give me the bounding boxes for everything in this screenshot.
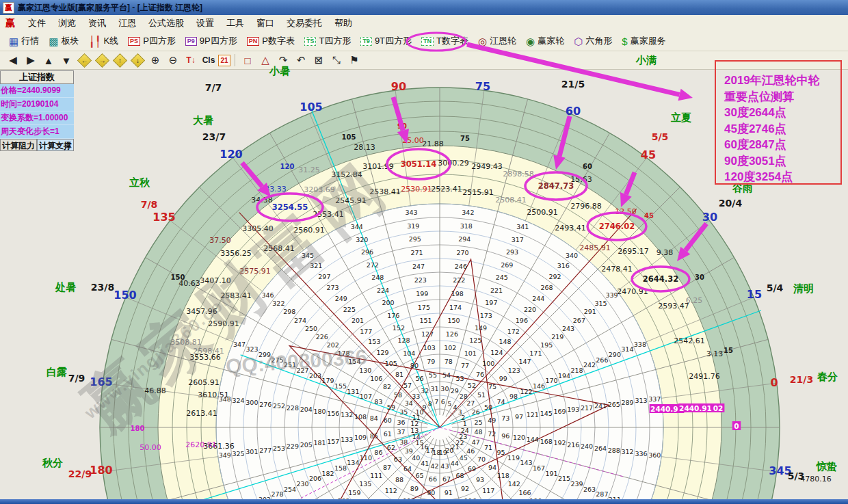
wheel-label: 2523.41 xyxy=(431,185,462,194)
wheel-label: 90 xyxy=(391,80,406,93)
wheel-label: 2560.91 xyxy=(293,226,325,235)
svg-text:67: 67 xyxy=(442,475,451,483)
svg-text:97: 97 xyxy=(515,413,523,421)
taskbar-strip xyxy=(0,499,848,504)
svg-text:25: 25 xyxy=(474,419,482,426)
wheel-label: 37.50 xyxy=(209,236,231,245)
svg-text:131: 131 xyxy=(347,388,359,395)
wheel-label: 3101.99 xyxy=(362,162,394,171)
svg-text:127: 127 xyxy=(421,330,434,338)
svg-text:84: 84 xyxy=(370,414,378,422)
svg-text:156: 156 xyxy=(327,410,339,417)
solar-term-label: 惊蛰 xyxy=(816,460,837,473)
svg-text:71: 71 xyxy=(484,444,492,451)
svg-text:299: 299 xyxy=(259,351,271,358)
svg-text:107: 107 xyxy=(360,393,372,400)
svg-text:192: 192 xyxy=(553,439,566,447)
svg-text:294: 294 xyxy=(458,235,471,243)
wheel-label: 90 xyxy=(397,122,407,130)
svg-text:37: 37 xyxy=(397,428,405,436)
svg-text:288: 288 xyxy=(608,447,620,454)
svg-text:322: 322 xyxy=(272,300,284,307)
svg-text:251: 251 xyxy=(284,361,296,369)
svg-text:293: 293 xyxy=(506,248,518,256)
solar-term-label: 小暑 xyxy=(269,65,290,77)
wheel-label: 6.25 xyxy=(686,296,703,305)
svg-text:105: 105 xyxy=(385,360,397,367)
wheel-label: 2949.43 xyxy=(471,162,503,171)
wheel-label: 2575.91 xyxy=(239,267,271,276)
wheel-label: 34.38 xyxy=(251,196,273,204)
svg-text:53: 53 xyxy=(455,375,464,382)
wheel-label: 22/9 xyxy=(68,468,92,479)
svg-text:88: 88 xyxy=(395,476,403,483)
svg-text:126: 126 xyxy=(446,330,458,338)
svg-text:215: 215 xyxy=(558,475,570,482)
svg-text:298: 298 xyxy=(283,308,295,315)
wheel-label: 105 xyxy=(300,101,322,114)
note-line: 2019年江恩轮中轮 xyxy=(724,72,840,89)
wheel-label: 15.63 xyxy=(570,175,592,184)
wheel-label: 5/3 xyxy=(788,470,805,481)
wheel-label: 50.00 xyxy=(140,443,161,452)
svg-text:133: 133 xyxy=(341,436,353,443)
highlighted-price: 02 xyxy=(713,404,724,412)
svg-text:228: 228 xyxy=(287,404,299,412)
svg-text:148: 148 xyxy=(499,338,512,345)
svg-text:152: 152 xyxy=(393,324,405,332)
svg-text:96: 96 xyxy=(501,432,509,440)
svg-text:253: 253 xyxy=(273,445,285,452)
wheel-label: 120 xyxy=(220,148,242,161)
svg-text:6: 6 xyxy=(441,398,445,406)
svg-text:244: 244 xyxy=(532,295,544,302)
svg-text:345: 345 xyxy=(302,252,314,259)
svg-text:68: 68 xyxy=(455,472,464,479)
svg-text:117: 117 xyxy=(482,487,494,494)
svg-text:206: 206 xyxy=(309,475,321,482)
wheel-label: 23/7 xyxy=(202,131,226,142)
svg-text:321: 321 xyxy=(310,262,322,269)
svg-text:158: 158 xyxy=(334,464,347,472)
solar-term-label: 春分 xyxy=(817,371,838,383)
note-line: 90度3051点 xyxy=(724,153,840,170)
svg-text:90: 90 xyxy=(427,489,435,496)
svg-text:147: 147 xyxy=(519,358,531,365)
wheel-label: 33.33 xyxy=(265,185,287,194)
wheel-label: 3203.69 xyxy=(304,185,335,194)
svg-text:24: 24 xyxy=(461,427,469,434)
wheel-label: 3305.40 xyxy=(242,224,274,233)
svg-text:122: 122 xyxy=(520,388,533,395)
svg-text:182: 182 xyxy=(321,470,334,477)
svg-text:177: 177 xyxy=(360,328,372,335)
wheel-label: 2620.91 xyxy=(185,440,217,449)
svg-text:66: 66 xyxy=(429,475,437,483)
svg-text:5: 5 xyxy=(447,400,451,408)
wheel-label: 2553.41 xyxy=(313,210,344,219)
svg-text:220: 220 xyxy=(524,306,536,313)
svg-text:181: 181 xyxy=(313,439,326,447)
svg-text:75: 75 xyxy=(488,383,496,390)
svg-text:254: 254 xyxy=(284,486,296,493)
wheel-label: 2593.47 xyxy=(658,302,689,310)
calc-resistance-button[interactable]: 计算阻力 xyxy=(0,139,37,151)
wheel-label: 21/5 xyxy=(561,79,585,90)
svg-text:26: 26 xyxy=(472,408,480,416)
note-line: 重要点位测算 xyxy=(724,89,840,105)
svg-text:199: 199 xyxy=(416,290,428,297)
svg-text:52: 52 xyxy=(468,382,476,389)
instrument-name: 上证指数 xyxy=(0,70,74,84)
svg-text:243: 243 xyxy=(562,325,574,332)
svg-text:197: 197 xyxy=(485,299,497,306)
svg-text:70: 70 xyxy=(477,455,486,463)
svg-text:297: 297 xyxy=(318,273,330,280)
svg-text:175: 175 xyxy=(418,304,430,311)
svg-text:78: 78 xyxy=(445,358,453,365)
svg-text:216: 216 xyxy=(567,441,579,449)
calc-support-button[interactable]: 计算支撑 xyxy=(37,139,74,151)
svg-text:47: 47 xyxy=(472,438,480,446)
svg-text:108: 108 xyxy=(354,413,367,421)
svg-text:312: 312 xyxy=(622,448,634,455)
svg-text:28: 28 xyxy=(460,393,468,400)
svg-text:249: 249 xyxy=(335,295,347,302)
svg-text:221: 221 xyxy=(490,287,503,294)
